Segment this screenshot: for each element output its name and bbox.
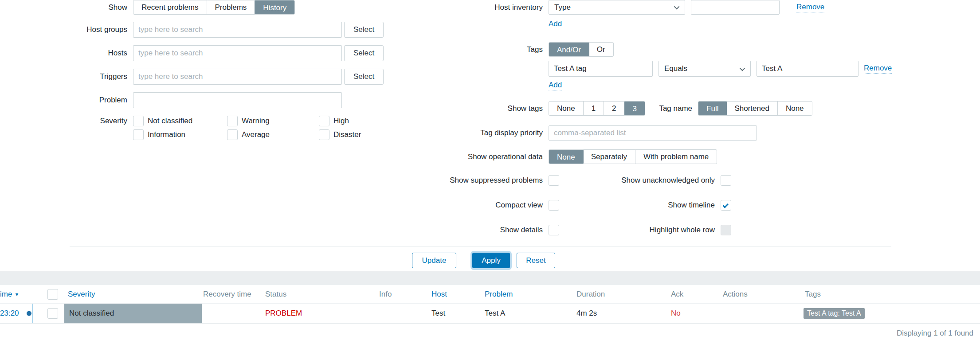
operational-data-option-with-problem-name[interactable]: With problem name [635,150,717,164]
tags-label: Tags [437,45,543,54]
column-header-duration: Duration [576,290,605,299]
tags-add-link[interactable]: Add [549,81,562,90]
host-inventory-value-input[interactable] [691,0,780,15]
show-tags-option-none[interactable]: None [549,102,584,115]
show-unacknowledged-only-checkbox[interactable] [721,175,731,186]
filter-row-severity: Severity Not classified Warning High Inf… [0,116,408,140]
column-header-severity[interactable]: Severity [68,290,95,299]
column-header-problem[interactable]: Problem [485,290,513,299]
filter-row-suppressed-unacknowledged: Show suppressed problems Show unacknowle… [437,175,731,186]
problem-cell[interactable]: Test A [485,309,505,318]
host-groups-select-button[interactable]: Select [344,22,384,38]
hosts-input[interactable] [133,45,342,61]
operational-data-option-none[interactable]: None [549,149,584,164]
tag-name-option-shortened[interactable]: Shortened [726,102,777,115]
tag-display-priority-label: Tag display priority [437,129,543,137]
apply-button[interactable]: Apply [472,253,510,268]
tags-operator-or[interactable]: Or [589,43,613,56]
host-inventory-label: Host inventory [437,3,543,12]
compact-view-checkbox[interactable] [549,200,559,211]
show-timeline-checkbox[interactable] [721,200,731,211]
checkmark-icon [723,202,729,208]
timeline-dot-icon [27,311,31,316]
severity-options: Not classified Warning High Information … [133,116,408,140]
triggers-select-button[interactable]: Select [344,69,384,85]
severity-option-label: Information [148,130,185,139]
displaying-count: Displaying 1 of 1 found [897,329,973,338]
show-details-checkbox[interactable] [549,225,559,235]
severity-checkbox-not-classified[interactable] [133,116,144,126]
severity-option-information: Information [133,129,227,140]
filter-row-tag-display-priority: Tag display priority [437,125,757,141]
show-operational-data-label: Show operational data [437,152,543,161]
operational-data-option-separately[interactable]: Separately [583,150,635,164]
column-header-actions: Actions [723,290,748,299]
triggers-input[interactable] [133,69,342,85]
tag-value-input[interactable] [757,61,858,77]
status-cell[interactable]: PROBLEM [265,309,302,318]
problem-input[interactable] [133,92,342,108]
tag-name-input[interactable] [549,61,653,77]
tag-name-label: Tag name [651,104,692,113]
column-header-host[interactable]: Host [431,290,447,299]
severity-option-high: High [319,116,408,126]
tag-condition-select[interactable]: Equals [659,61,751,77]
severity-checkbox-disaster[interactable] [319,129,329,140]
show-tags-option-2[interactable]: 2 [604,102,624,115]
triggers-label: Triggers [0,72,127,81]
tag-display-priority-input[interactable] [549,125,757,141]
severity-option-label: Not classified [148,117,192,125]
select-all-checkbox[interactable] [47,289,58,300]
show-option-recent-problems[interactable]: Recent problems [133,0,207,14]
section-gap [0,271,980,285]
ack-cell[interactable]: No [671,309,681,318]
show-details-label: Show details [437,226,543,235]
host-inventory-type-select[interactable]: Type [549,0,685,15]
tag-remove-link[interactable]: Remove [864,64,892,74]
host-inventory-remove-link[interactable]: Remove [796,3,824,12]
host-groups-label: Host groups [0,25,127,34]
filter-row-problem: Problem [0,92,342,108]
update-button[interactable]: Update [412,253,456,268]
timeline-line [32,304,33,323]
tags-operator-andor[interactable]: And/Or [549,42,589,57]
reset-button[interactable]: Reset [517,253,555,268]
host-inventory-add-link[interactable]: Add [549,20,562,29]
host-cell[interactable]: Test [431,309,445,318]
column-header-recovery-time: Recovery time [203,290,251,299]
severity-checkbox-warning[interactable] [227,116,238,126]
show-unacknowledged-only-label: Show unacknowledged only [559,176,715,185]
tag-condition-row: Equals Remove [549,61,892,77]
show-option-problems[interactable]: Problems [207,0,255,14]
severity-option-not-classified: Not classified [133,116,227,126]
row-select-checkbox[interactable] [47,308,58,319]
hosts-label: Hosts [0,49,127,58]
hosts-select-button[interactable]: Select [344,45,384,61]
severity-option-warning: Warning [227,116,319,126]
tag-name-option-full[interactable]: Full [698,101,727,116]
show-option-history[interactable]: History [255,0,295,15]
host-groups-input[interactable] [133,22,342,38]
tags-cell: Test A tag: Test A [804,308,865,319]
severity-checkbox-high[interactable] [319,116,329,126]
problem-time-link[interactable]: 23:20 [0,309,19,318]
tag-name-option-none[interactable]: None [778,102,812,115]
show-timeline-label: Show timeline [559,201,715,210]
show-segmented-control: Recent problems Problems History [133,0,295,15]
sort-desc-icon: ▼ [14,292,19,297]
severity-option-label: Warning [242,117,270,125]
severity-checkbox-information[interactable] [133,129,144,140]
show-operational-data-segmented-control: None Separately With problem name [549,149,717,164]
highlight-whole-row-checkbox[interactable] [721,225,731,235]
filter-row-triggers: Triggers Select [0,69,384,85]
filter-row-host-groups: Host groups Select [0,22,384,38]
column-header-time[interactable]: ime▼ [0,290,19,299]
tag-chip[interactable]: Test A tag: Test A [804,308,865,319]
show-tags-option-1[interactable]: 1 [584,102,604,115]
highlight-whole-row-label: Highlight whole row [559,226,715,235]
severity-checkbox-average[interactable] [227,129,238,140]
show-tags-option-3[interactable]: 3 [624,101,645,116]
filter-row-details-highlight: Show details Highlight whole row [437,225,731,235]
filter-row-compact-timeline: Compact view Show timeline [437,200,731,211]
show-suppressed-problems-checkbox[interactable] [549,175,559,186]
